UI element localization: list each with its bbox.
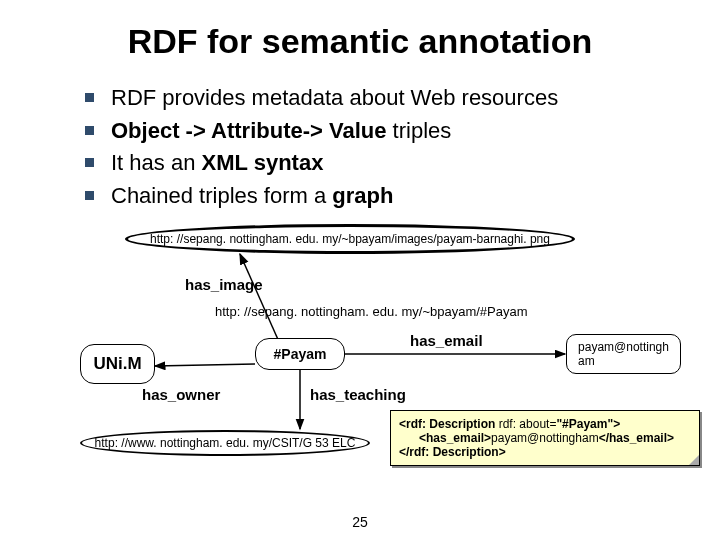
node-payam: #Payam [255,338,345,370]
edge-has-teaching: has_teaching [310,386,406,403]
page-number: 25 [0,514,720,530]
node-unim: UNi.M [80,344,155,384]
svg-line-0 [240,254,280,344]
code-text: </rdf: Description> [399,445,506,459]
code-text: </has_email> [599,431,674,445]
bullet-item: Chained triples form a graph [85,181,720,211]
node-teaching-url: http: //www. nottingham. edu. my/CSIT/G … [80,430,370,456]
bullet-item: Object -> Attribute-> Value triples [85,116,720,146]
code-text: payam@nottingham [491,431,599,445]
bullet-list: RDF provides metadata about Web resource… [85,83,720,211]
bullet-item: RDF provides metadata about Web resource… [85,83,720,113]
rdf-code-snippet: <rdf: Description rdf: about="#Payam"> <… [390,410,700,466]
rdf-graph-diagram: http: //sepang. nottingham. edu. my/~bpa… [0,214,720,514]
node-email: payam@nottingh am [566,334,681,374]
edge-has-owner: has_owner [142,386,220,403]
edge-has-image: has_image [185,276,263,293]
code-text: <has_email> [419,431,491,445]
note-corner-fold [689,455,699,465]
code-text: "#Payam"> [556,417,620,431]
code-text: rdf: about= [499,417,557,431]
node-image-url: http: //sepang. nottingham. edu. my/~bpa… [125,224,575,254]
code-text: <rdf: Description [399,417,499,431]
slide-title: RDF for semantic annotation [0,0,720,61]
edge-has-email: has_email [410,332,483,349]
bullet-item: It has an XML syntax [85,148,720,178]
svg-line-2 [155,364,255,366]
node-payam-url: http: //sepang. nottingham. edu. my/~bpa… [215,304,528,319]
